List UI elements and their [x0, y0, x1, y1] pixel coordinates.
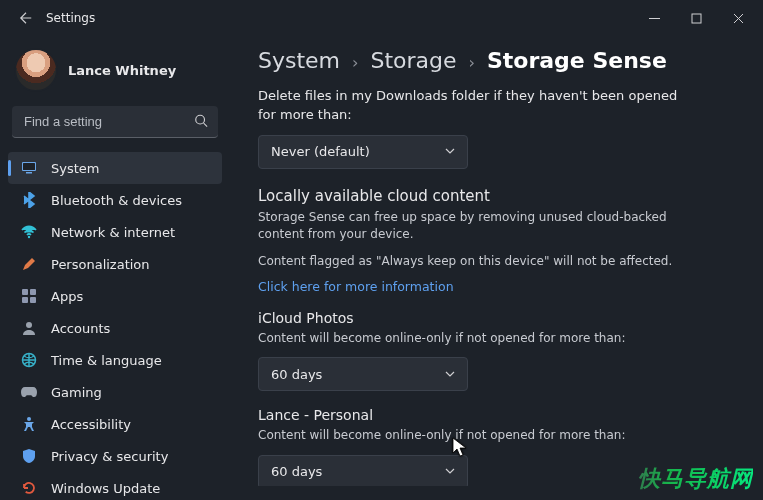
personalize-icon	[20, 255, 38, 273]
accessibility-icon	[20, 415, 38, 433]
shield-icon	[20, 447, 38, 465]
icloud-select-value: 60 days	[271, 367, 322, 382]
personal-title: Lance - Personal	[258, 407, 735, 423]
chevron-down-icon	[445, 144, 455, 159]
cloud-section-title: Locally available cloud content	[258, 187, 735, 205]
sidebar-item-apps[interactable]: Apps	[8, 280, 222, 312]
sidebar-item-accessibility[interactable]: Accessibility	[8, 408, 222, 440]
sidebar-item-system[interactable]: System	[8, 152, 222, 184]
breadcrumb: System › Storage › Storage Sense	[258, 48, 735, 87]
back-arrow-icon	[19, 11, 33, 25]
maximize-button[interactable]	[675, 4, 717, 32]
cloud-desc-2: Content flagged as "Always keep on this …	[258, 253, 698, 270]
watermark: 快马导航网	[638, 464, 753, 494]
breadcrumb-storage[interactable]: Storage	[370, 48, 456, 73]
sidebar: Lance Whitney System Bluetooth & devices…	[0, 36, 230, 500]
icloud-desc: Content will become online-only if not o…	[258, 330, 698, 347]
icloud-select[interactable]: 60 days	[258, 357, 468, 391]
sidebar-item-label: Time & language	[51, 353, 162, 368]
sidebar-item-label: Personalization	[51, 257, 150, 272]
chevron-down-icon	[445, 464, 455, 479]
svg-rect-9	[30, 297, 36, 303]
main-panel: System › Storage › Storage Sense Delete …	[230, 36, 763, 500]
minimize-icon	[649, 13, 660, 24]
search-wrap	[12, 106, 218, 138]
close-icon	[733, 13, 744, 24]
downloads-label: Delete files in my Downloads folder if t…	[258, 87, 678, 125]
user-card[interactable]: Lance Whitney	[8, 40, 222, 106]
apps-icon	[20, 287, 38, 305]
downloads-select-value: Never (default)	[271, 144, 370, 159]
svg-point-10	[26, 322, 32, 328]
sidebar-item-privacy[interactable]: Privacy & security	[8, 440, 222, 472]
sidebar-item-label: Privacy & security	[51, 449, 168, 464]
cloud-desc-1: Storage Sense can free up space by remov…	[258, 209, 698, 244]
sidebar-item-update[interactable]: Windows Update	[8, 472, 222, 500]
update-icon	[20, 479, 38, 497]
window-titlebar: Settings	[0, 0, 763, 36]
svg-point-12	[27, 417, 31, 421]
personal-select-value: 60 days	[271, 464, 322, 479]
accounts-icon	[20, 319, 38, 337]
cloud-more-info-link[interactable]: Click here for more information	[258, 279, 454, 294]
sidebar-nav: System Bluetooth & devices Network & int…	[8, 152, 222, 500]
content-area: Delete files in my Downloads folder if t…	[258, 87, 735, 486]
network-icon	[20, 223, 38, 241]
sidebar-item-network[interactable]: Network & internet	[8, 216, 222, 248]
sidebar-item-label: Gaming	[51, 385, 102, 400]
svg-rect-8	[22, 297, 28, 303]
svg-rect-3	[23, 163, 35, 170]
avatar	[14, 48, 58, 92]
time-lang-icon	[20, 351, 38, 369]
icloud-title: iCloud Photos	[258, 310, 735, 326]
sidebar-item-label: Network & internet	[51, 225, 175, 240]
sidebar-item-personalization[interactable]: Personalization	[8, 248, 222, 280]
back-button[interactable]	[14, 6, 38, 30]
user-name: Lance Whitney	[68, 63, 176, 78]
sidebar-item-bluetooth[interactable]: Bluetooth & devices	[8, 184, 222, 216]
system-icon	[20, 159, 38, 177]
personal-select[interactable]: 60 days	[258, 455, 468, 486]
sidebar-item-label: Bluetooth & devices	[51, 193, 182, 208]
close-button[interactable]	[717, 4, 759, 32]
search-input[interactable]	[12, 106, 218, 138]
bluetooth-icon	[20, 191, 38, 209]
downloads-select[interactable]: Never (default)	[258, 135, 468, 169]
window-title: Settings	[46, 11, 95, 25]
svg-rect-0	[692, 14, 701, 23]
sidebar-item-label: Apps	[51, 289, 83, 304]
minimize-button[interactable]	[633, 4, 675, 32]
sidebar-item-label: Windows Update	[51, 481, 160, 496]
sidebar-item-time-language[interactable]: Time & language	[8, 344, 222, 376]
svg-rect-6	[22, 289, 28, 295]
gaming-icon	[20, 383, 38, 401]
svg-rect-7	[30, 289, 36, 295]
svg-rect-4	[26, 172, 32, 174]
sidebar-item-accounts[interactable]: Accounts	[8, 312, 222, 344]
chevron-down-icon	[445, 367, 455, 382]
sidebar-item-label: System	[51, 161, 99, 176]
sidebar-item-gaming[interactable]: Gaming	[8, 376, 222, 408]
maximize-icon	[691, 13, 702, 24]
breadcrumb-system[interactable]: System	[258, 48, 340, 73]
sidebar-item-label: Accessibility	[51, 417, 131, 432]
svg-point-5	[28, 236, 30, 238]
page-title: Storage Sense	[487, 48, 667, 73]
personal-desc: Content will become online-only if not o…	[258, 427, 698, 444]
chevron-right-icon: ›	[352, 53, 358, 72]
chevron-right-icon: ›	[469, 53, 475, 72]
sidebar-item-label: Accounts	[51, 321, 110, 336]
